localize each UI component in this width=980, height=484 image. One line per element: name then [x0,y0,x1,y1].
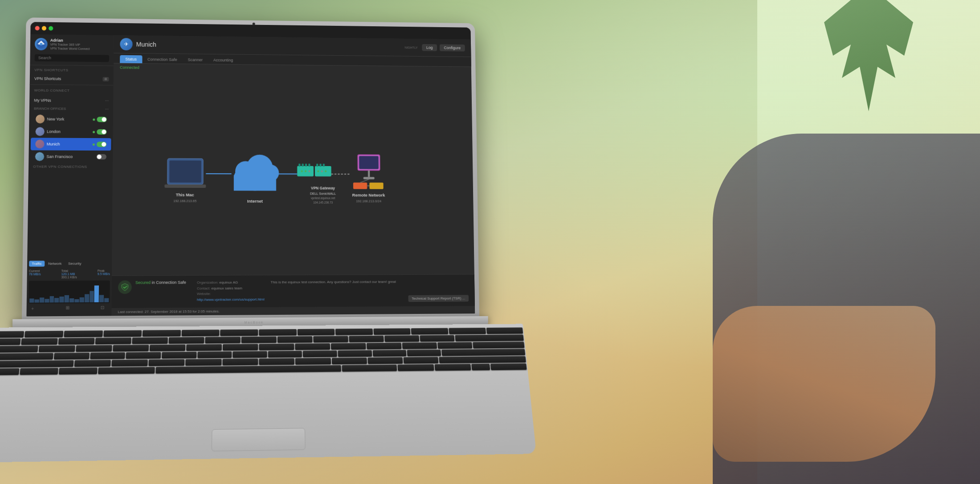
branch-offices-more-button[interactable]: ··· [105,107,109,112]
key-fn[interactable] [0,368,20,375]
key-rbracket[interactable] [437,342,472,349]
key-f9[interactable] [335,329,373,335]
stats-tab-network[interactable]: Network [45,260,65,266]
resize-button[interactable]: ⊡ [101,305,108,312]
tab-connection-safe[interactable]: Connection Safe [142,55,183,64]
key-w[interactable] [76,345,112,352]
key-p[interactable] [367,343,402,350]
vpn-item-san-francisco[interactable]: San Francisco [30,150,111,163]
key-i[interactable] [295,343,330,350]
key-v[interactable] [186,359,222,366]
key-q[interactable] [39,346,75,352]
key-c[interactable] [149,359,185,366]
settings-button[interactable]: ⊞ [65,305,73,312]
key-equal[interactable] [420,335,454,342]
tsr-button[interactable]: Technical Support Report (TSR) ... [408,295,469,302]
key-rshift[interactable] [439,356,526,363]
key-f7[interactable] [259,329,296,336]
key-r[interactable] [150,345,186,351]
key-backslash[interactable] [473,342,524,348]
key-m[interactable] [295,358,331,365]
key-y[interactable] [223,344,258,350]
macbook-screen[interactable]: Adrian VPN Tracker 365 VIP VPN Tracker W… [26,22,475,316]
key-z[interactable] [74,360,111,366]
key-f8[interactable] [297,329,335,335]
key-t[interactable] [186,344,222,351]
key-f5[interactable] [182,329,220,336]
vpn-toggle-san-francisco[interactable] [97,154,106,159]
key-g[interactable] [197,351,232,358]
maximize-button[interactable] [49,26,53,31]
key-7[interactable] [241,337,277,343]
key-lbracket[interactable] [402,342,437,349]
key-d[interactable] [126,352,161,359]
key-3[interactable] [95,338,131,344]
key-left[interactable] [434,364,471,370]
key-backspace[interactable] [455,334,523,341]
key-lshift[interactable] [0,360,74,368]
key-right[interactable] [490,363,527,370]
key-f1[interactable] [24,331,64,338]
vpn-item-munich[interactable]: Munich [31,138,111,151]
key-5[interactable] [168,337,204,344]
key-h[interactable] [233,351,267,358]
key-f3[interactable] [103,330,142,337]
key-o[interactable] [331,343,366,350]
my-vpns-more-button[interactable]: ··· [105,98,109,103]
minimize-button[interactable] [42,26,46,31]
key-f[interactable] [162,352,196,358]
key-quote[interactable] [407,350,441,356]
key-f10[interactable] [373,328,411,335]
vpn-toggle-munich[interactable] [97,142,106,147]
key-semicolon[interactable] [372,350,406,357]
key-f12[interactable] [449,328,486,334]
key-x[interactable] [111,359,148,366]
key-tab[interactable] [0,346,38,353]
key-2[interactable] [58,338,95,345]
key-6[interactable] [205,337,241,343]
key-8[interactable] [278,336,313,343]
key-s[interactable] [90,352,125,359]
key-e[interactable] [113,345,149,351]
website-value[interactable]: http://www.vpntracker.com/us/support.htm… [197,297,265,302]
key-slash[interactable] [404,357,439,364]
key-lcmd[interactable] [98,367,155,374]
key-u[interactable] [259,344,294,350]
add-vpn-button[interactable]: ＋ [30,305,38,313]
key-4[interactable] [132,337,168,344]
key-l[interactable] [338,350,372,357]
key-f4[interactable] [143,330,181,337]
key-9[interactable] [313,336,348,342]
key-space[interactable] [155,365,341,374]
key-f11[interactable] [411,328,448,335]
key-1[interactable] [21,338,57,345]
key-a[interactable] [54,353,90,359]
log-button[interactable]: Log [422,44,437,51]
stats-tab-security[interactable]: Security [65,260,84,266]
configure-button[interactable]: Configure [440,44,465,51]
key-f2[interactable] [64,330,102,337]
key-opt[interactable] [59,367,97,374]
vpn-toggle-new-york[interactable] [97,117,106,122]
key-ropt[interactable] [397,364,434,371]
key-return[interactable] [441,349,525,356]
stats-tab-traffic[interactable]: Traffic [29,261,45,267]
tab-status[interactable]: Status [120,55,142,63]
close-button[interactable] [35,26,40,30]
vpn-item-new-york[interactable]: New York [31,113,111,126]
key-power[interactable] [486,327,523,334]
key-comma[interactable] [331,358,367,364]
key-k[interactable] [303,350,337,357]
key-rcmd[interactable] [342,365,397,372]
vpn-shortcuts-row[interactable]: VPN Shortcuts ⊞ [30,75,114,84]
key-n[interactable] [259,358,294,365]
key-j[interactable] [268,351,302,358]
key-capslock[interactable] [0,353,53,360]
key-ctrl[interactable] [20,368,59,375]
key-esc[interactable] [0,331,24,338]
tab-scanner[interactable]: Scanner [183,56,208,64]
key-period[interactable] [368,357,403,364]
key-minus[interactable] [384,335,419,342]
key-f6[interactable] [220,329,258,336]
tab-accounting[interactable]: Accounting [208,56,238,64]
